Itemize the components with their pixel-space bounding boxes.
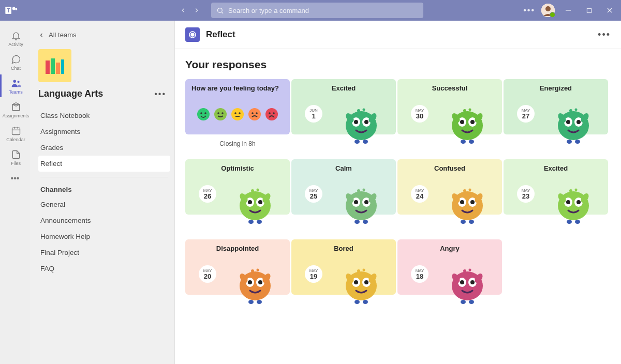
response-card[interactable]: Optimistic MAY26 xyxy=(185,159,290,215)
nav-back[interactable] xyxy=(178,5,188,16)
svg-point-62 xyxy=(469,109,471,111)
svg-point-98 xyxy=(363,189,365,191)
rail-chat[interactable]: Chat xyxy=(0,51,30,73)
minimize-button[interactable] xyxy=(561,3,575,18)
prompt-card[interactable]: How are you feeling today? xyxy=(185,79,290,134)
response-card[interactable]: Disappointed MAY20 xyxy=(185,239,290,295)
emoji-3[interactable] xyxy=(248,108,261,121)
date-pill: MAY30 xyxy=(411,105,428,123)
channel-homework-help[interactable]: Homework Help xyxy=(38,229,170,245)
team-sidebar: All teams Language Arts ••• Class Notebo… xyxy=(30,21,175,364)
channel-faq[interactable]: FAQ xyxy=(38,261,170,277)
mood-label: Energized xyxy=(510,84,602,92)
app-rail: ActivityChatTeamsAssignmentsCalendarFile… xyxy=(0,21,30,364)
svg-point-68 xyxy=(576,120,581,124)
svg-point-24 xyxy=(200,112,202,114)
response-card[interactable]: Angry MAY18 xyxy=(397,239,502,295)
rail-assignments[interactable]: Assignments xyxy=(0,98,30,121)
side-link-assignments[interactable]: Assignments xyxy=(38,124,170,140)
side-link-class-notebook[interactable]: Class Notebook xyxy=(38,108,170,124)
monster-icon xyxy=(548,177,599,229)
rail-teams[interactable]: Teams xyxy=(0,74,30,97)
response-card[interactable]: Bored MAY19 xyxy=(291,239,396,295)
close-button[interactable] xyxy=(602,3,617,18)
team-overflow[interactable]: ••• xyxy=(154,89,166,99)
response-card[interactable]: Confused MAY24 xyxy=(397,159,502,215)
svg-point-30 xyxy=(234,112,236,114)
back-all-teams[interactable]: All teams xyxy=(38,29,170,41)
mood-label: Angry xyxy=(404,245,496,252)
svg-point-12 xyxy=(13,80,16,83)
channel-announcements[interactable]: Announcements xyxy=(38,213,170,229)
svg-point-96 xyxy=(363,220,368,224)
side-link-reflect[interactable]: Reflect xyxy=(38,156,170,172)
svg-point-44 xyxy=(364,120,368,124)
content-overflow[interactable]: ••• xyxy=(598,29,611,40)
maximize-button[interactable] xyxy=(582,3,596,18)
search-box[interactable] xyxy=(211,3,423,18)
mood-label: Successful xyxy=(404,84,496,92)
nav-forward[interactable] xyxy=(191,5,202,16)
svg-point-26 xyxy=(214,108,227,120)
svg-point-59 xyxy=(461,140,466,144)
monster-icon xyxy=(229,177,281,229)
date-pill: MAY26 xyxy=(199,185,216,203)
rail-calendar[interactable]: Calendar xyxy=(0,122,30,145)
svg-point-128 xyxy=(258,280,262,284)
date-pill: MAY27 xyxy=(517,105,535,123)
channel-final-project[interactable]: Final Project xyxy=(38,245,170,261)
svg-point-13 xyxy=(17,81,19,83)
svg-rect-20 xyxy=(56,63,60,74)
mood-label: Optimistic xyxy=(191,164,284,172)
mood-label: Disappointed xyxy=(191,245,284,252)
svg-rect-9 xyxy=(587,8,591,12)
svg-point-80 xyxy=(258,200,262,204)
rail-activity[interactable]: Activity xyxy=(0,27,30,50)
content-header: Reflect ••• xyxy=(175,21,621,49)
emoji-2[interactable] xyxy=(231,108,244,121)
mood-label: Bored xyxy=(298,245,390,252)
response-card[interactable]: Successful MAY30 xyxy=(397,79,502,134)
svg-point-119 xyxy=(567,220,572,224)
bell-icon xyxy=(10,30,22,41)
svg-point-138 xyxy=(354,280,358,284)
response-card[interactable]: Excited JUN1 xyxy=(291,79,396,134)
svg-point-121 xyxy=(569,189,572,192)
side-link-grades[interactable]: Grades xyxy=(38,140,170,156)
svg-point-97 xyxy=(357,189,360,192)
titlebar: T ••• xyxy=(0,0,621,21)
date-pill: JUN1 xyxy=(305,105,322,123)
closing-text: Closing in 8h xyxy=(185,140,290,158)
channel-general[interactable]: General xyxy=(38,196,170,213)
search-input[interactable] xyxy=(228,7,418,14)
svg-point-110 xyxy=(469,189,471,191)
monster-icon xyxy=(441,257,493,304)
svg-point-120 xyxy=(575,220,580,224)
chevron-left-icon xyxy=(38,32,45,38)
response-card[interactable]: Excited MAY23 xyxy=(504,159,608,215)
emoji-4[interactable] xyxy=(265,108,278,121)
svg-rect-21 xyxy=(61,59,64,74)
svg-point-109 xyxy=(463,189,466,192)
svg-point-23 xyxy=(197,108,210,120)
response-card[interactable]: Calm MAY25 xyxy=(291,159,396,215)
svg-rect-18 xyxy=(46,60,50,74)
svg-point-104 xyxy=(470,200,475,204)
svg-point-34 xyxy=(252,112,254,114)
rail-overflow[interactable]: ••• xyxy=(11,174,20,183)
svg-point-49 xyxy=(357,109,360,112)
reflect-app-icon xyxy=(185,27,200,42)
emoji-1[interactable] xyxy=(214,108,227,121)
page-title: Your responses xyxy=(185,58,611,71)
rail-files[interactable]: Files xyxy=(0,146,30,169)
svg-rect-14 xyxy=(12,128,20,134)
avatar[interactable] xyxy=(541,4,555,17)
monster-icon xyxy=(335,97,387,149)
svg-point-73 xyxy=(569,109,572,112)
svg-point-35 xyxy=(256,112,258,114)
monster-icon xyxy=(548,97,599,149)
emoji-0[interactable] xyxy=(197,108,210,121)
overflow-menu[interactable]: ••• xyxy=(523,6,535,15)
response-card[interactable]: Energized MAY27 xyxy=(504,79,608,134)
monster-icon xyxy=(441,177,493,229)
